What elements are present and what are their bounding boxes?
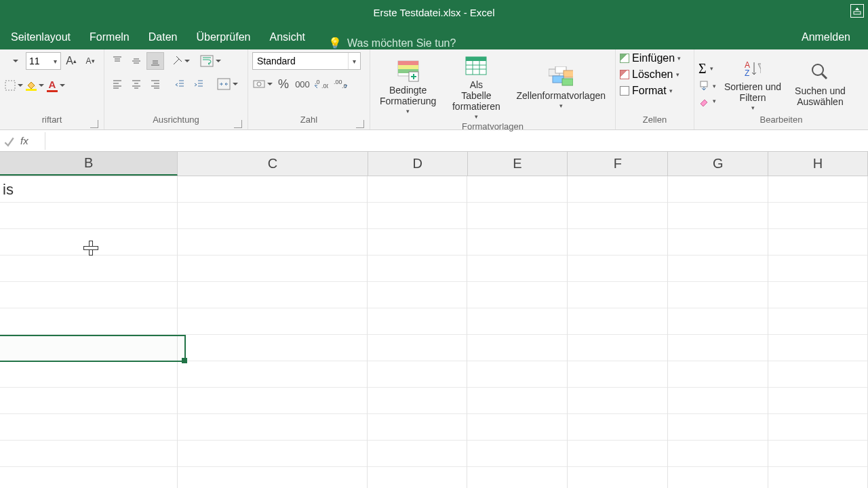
cell[interactable]: [768, 176, 868, 203]
cell[interactable]: [467, 256, 568, 282]
cell[interactable]: [768, 203, 868, 229]
cell[interactable]: [568, 282, 668, 308]
cell[interactable]: [568, 203, 668, 229]
cell[interactable]: [368, 176, 467, 203]
cell[interactable]: [0, 361, 178, 388]
cell[interactable]: [768, 361, 868, 388]
cell[interactable]: [368, 256, 467, 282]
cell[interactable]: [668, 388, 768, 414]
cell[interactable]: [178, 256, 368, 282]
format-cells-button[interactable]: Format ▾: [620, 85, 673, 97]
cell[interactable]: [668, 229, 768, 256]
cell[interactable]: [178, 414, 368, 441]
cell[interactable]: [0, 308, 178, 335]
cell[interactable]: [467, 414, 568, 441]
cell[interactable]: [768, 308, 868, 335]
cell[interactable]: [0, 203, 178, 229]
fill-color-button[interactable]: [25, 77, 45, 94]
cell[interactable]: [178, 388, 368, 414]
cell[interactable]: [668, 308, 768, 335]
delete-cells-button[interactable]: Löschen ▾: [620, 68, 679, 81]
cell[interactable]: [368, 282, 467, 308]
font-family-dropdown[interactable]: [4, 52, 24, 70]
column-header-d[interactable]: D: [368, 152, 468, 176]
align-middle-button[interactable]: [127, 52, 145, 70]
cell[interactable]: [0, 335, 178, 361]
cell[interactable]: [768, 467, 868, 488]
cell[interactable]: [768, 441, 868, 467]
cell[interactable]: [467, 229, 568, 256]
column-header-g[interactable]: G: [668, 152, 768, 176]
cell[interactable]: [668, 414, 768, 441]
cell[interactable]: [668, 176, 768, 203]
cell[interactable]: [668, 282, 768, 308]
cell[interactable]: [368, 467, 467, 488]
grid-rows[interactable]: is: [0, 176, 868, 488]
cell[interactable]: [368, 441, 467, 467]
decrease-font-button[interactable]: A▾: [81, 52, 99, 70]
sign-in-link[interactable]: Anmelden: [792, 24, 860, 49]
increase-decimal-button[interactable]: .0.00: [313, 75, 330, 93]
cell[interactable]: [368, 388, 467, 414]
column-header-f[interactable]: F: [568, 152, 668, 176]
column-header-b[interactable]: B: [0, 152, 178, 176]
insert-cells-button[interactable]: Einfügen ▾: [620, 52, 681, 64]
tab-ueberpruefen[interactable]: Überprüfen: [186, 24, 260, 49]
cell[interactable]: [568, 414, 668, 441]
cell[interactable]: [467, 467, 568, 488]
cell[interactable]: [0, 467, 178, 488]
cell[interactable]: [0, 256, 178, 282]
cell[interactable]: [0, 414, 178, 441]
cell[interactable]: [568, 335, 668, 361]
align-right-button[interactable]: [146, 75, 164, 93]
increase-indent-button[interactable]: [190, 75, 208, 93]
cell-b1[interactable]: is: [0, 176, 178, 203]
cell[interactable]: [467, 335, 568, 361]
merge-center-button[interactable]: [214, 75, 240, 93]
conditional-formatting-button[interactable]: Bedingte Formatierung ▾: [374, 58, 441, 116]
formula-input[interactable]: [45, 132, 868, 150]
cell[interactable]: [467, 388, 568, 414]
number-format-dropdown[interactable]: Standard ▾: [252, 52, 361, 70]
cell[interactable]: [668, 467, 768, 488]
cell[interactable]: [668, 256, 768, 282]
cell[interactable]: [178, 361, 368, 388]
cell[interactable]: [768, 256, 868, 282]
cell[interactable]: [668, 361, 768, 388]
cell[interactable]: [368, 335, 467, 361]
cell[interactable]: [768, 388, 868, 414]
wrap-text-button[interactable]: [197, 52, 223, 70]
cell[interactable]: [568, 229, 668, 256]
tab-ansicht[interactable]: Ansicht: [260, 24, 315, 49]
cell[interactable]: [368, 229, 467, 256]
font-color-button[interactable]: A: [46, 77, 66, 94]
font-size-box[interactable]: ▾: [26, 52, 61, 70]
align-top-button[interactable]: [108, 52, 126, 70]
cell[interactable]: [178, 335, 368, 361]
cell[interactable]: [178, 467, 368, 488]
accounting-format-button[interactable]: [252, 75, 273, 93]
cell[interactable]: [178, 176, 368, 203]
cell[interactable]: [467, 441, 568, 467]
cell[interactable]: [178, 308, 368, 335]
column-header-h[interactable]: H: [768, 152, 868, 176]
column-header-e[interactable]: E: [468, 152, 568, 176]
cell[interactable]: [768, 282, 868, 308]
cell[interactable]: [467, 361, 568, 388]
align-bottom-button[interactable]: [146, 52, 164, 70]
fx-icon[interactable]: fx: [20, 135, 39, 146]
cell[interactable]: [668, 335, 768, 361]
tab-daten[interactable]: Daten: [139, 24, 187, 49]
tell-me-search[interactable]: 💡 Was möchten Sie tun?: [328, 37, 456, 49]
format-as-table-button[interactable]: Als Tabelle formatieren ▾: [444, 52, 508, 121]
alignment-dialog-launcher[interactable]: [234, 120, 242, 128]
spreadsheet-grid[interactable]: B C D E F G H is: [0, 152, 868, 488]
font-size-input[interactable]: [26, 54, 50, 68]
cell[interactable]: [0, 388, 178, 414]
sort-filter-button[interactable]: AZ Sortieren und Filtern ▾: [719, 54, 787, 113]
cell[interactable]: [368, 203, 467, 229]
decrease-indent-button[interactable]: [171, 75, 189, 93]
decrease-decimal-button[interactable]: .00.0: [332, 75, 349, 93]
cell[interactable]: [768, 414, 868, 441]
column-header-c[interactable]: C: [178, 152, 368, 176]
